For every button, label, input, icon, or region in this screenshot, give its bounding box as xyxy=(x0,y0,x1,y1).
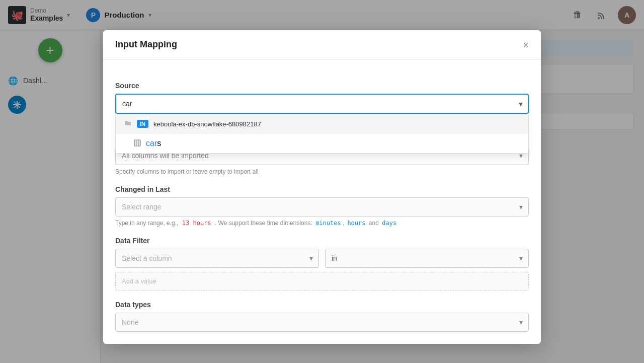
input-mapping-modal: Input Mapping × Source ▾ xyxy=(103,30,541,344)
add-value-label: Add a value xyxy=(122,277,156,285)
table-name-label: cars xyxy=(146,139,161,148)
modal-body: Source ▾ IN keboola-ex-db-snowflake-68 xyxy=(103,59,541,344)
changed-in-last-select[interactable]: Select range xyxy=(115,197,529,216)
modal-header: Input Mapping × xyxy=(103,30,541,59)
data-types-section: Data types None ▾ xyxy=(115,301,529,332)
data-filter-col-select: Select a column ▾ xyxy=(115,249,319,268)
changed-hint-middle: . We support these time dimensions: xyxy=(215,220,312,227)
source-input-wrapper: ▾ IN keboola-ex-db-snowflake-680982187 xyxy=(115,94,529,114)
changed-hint: Type in any range, e.g., 13 hours . We s… xyxy=(115,220,529,227)
data-types-placeholder: None xyxy=(122,318,138,326)
modal-close-button[interactable]: × xyxy=(523,40,529,50)
source-dropdown-list: IN keboola-ex-db-snowflake-680982187 xyxy=(115,114,529,154)
changed-hint-and: and xyxy=(369,220,379,227)
source-input[interactable] xyxy=(115,94,529,114)
data-filter-op-select[interactable]: in xyxy=(325,249,529,268)
changed-hint-minutes: minutes xyxy=(315,220,341,227)
changed-hint-example: 13 hours xyxy=(182,220,211,227)
changed-hint-days: days xyxy=(382,220,396,227)
data-types-select[interactable]: None xyxy=(115,313,529,332)
table-name-suffix: s xyxy=(157,139,161,148)
svg-rect-7 xyxy=(134,140,140,146)
source-label: Source xyxy=(115,82,529,90)
modal-title: Input Mapping xyxy=(115,39,177,50)
data-types-label: Data types xyxy=(115,301,529,309)
dropdown-table-item[interactable]: cars xyxy=(116,134,528,153)
data-filter-row: Select a column ▾ in ▾ xyxy=(115,249,529,268)
table-name-highlight: car xyxy=(146,139,157,148)
changed-in-last-label: Changed in Last xyxy=(115,185,529,193)
bucket-in-badge: IN xyxy=(137,120,148,128)
changed-hint-prefix: Type in any range, e.g., xyxy=(115,220,178,227)
data-filter-section: Data Filter Select a column ▾ in ▾ Add a… xyxy=(115,237,529,291)
data-filter-op-col: in ▾ xyxy=(325,249,529,268)
data-filter-label: Data Filter xyxy=(115,237,529,245)
changed-placeholder: Select range xyxy=(122,203,162,211)
data-filter-column-select[interactable]: Select a column xyxy=(115,249,319,268)
table-grid-icon xyxy=(134,139,141,148)
folder-icon xyxy=(124,119,132,129)
add-value-box[interactable]: Add a value xyxy=(115,272,529,291)
changed-in-last-section: Changed in Last Select range ▾ Type in a… xyxy=(115,185,529,227)
data-filter-op-placeholder: in xyxy=(332,254,337,262)
source-section: Source ▾ IN keboola-ex-db-snowflake-68 xyxy=(115,82,529,114)
data-types-select-wrapper: None ▾ xyxy=(115,313,529,332)
dropdown-bucket-item[interactable]: IN keboola-ex-db-snowflake-680982187 xyxy=(116,114,528,134)
columns-hint: Specify columns to import or leave empty… xyxy=(115,168,529,175)
changed-select-wrapper: Select range ▾ xyxy=(115,197,529,216)
data-filter-col-placeholder: Select a column xyxy=(122,254,172,262)
bucket-name-label: keboola-ex-db-snowflake-680982187 xyxy=(153,120,261,128)
changed-hint-hours: hours xyxy=(347,220,365,227)
